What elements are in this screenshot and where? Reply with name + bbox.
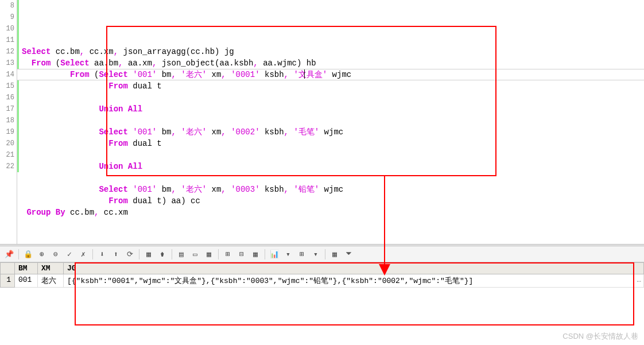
line-number: 17 (0, 103, 14, 115)
cell-bm[interactable]: 001 (15, 274, 38, 288)
code-line[interactable]: Select '001' bm, '老六' xm, '0003' ksbh, '… (22, 184, 644, 195)
toolbar-separator (139, 249, 139, 259)
line-number: 8 (0, 0, 14, 11)
toolbar-separator (92, 249, 93, 259)
detail-icon[interactable]: ⊞ (222, 249, 234, 260)
line-number: 18 (0, 115, 14, 126)
code-line[interactable]: From dual t (22, 138, 644, 149)
col-header-xm[interactable]: XM (38, 263, 64, 274)
line-number: 11 (0, 34, 14, 46)
code-line[interactable]: From dual t) aa) cc (22, 195, 644, 207)
down-icon[interactable]: ⬇ (96, 249, 108, 260)
line-number: 12 (0, 46, 14, 57)
line-number: 22 (0, 161, 14, 172)
line-number: 20 (0, 138, 14, 149)
calc-icon[interactable]: ▦ (203, 249, 215, 260)
code-editor[interactable]: 8910111213141516171819202122 Select cc.b… (0, 0, 644, 244)
results-toolbar: 📌🔒⊕⊖✓✗⬇⬆⟳▦⚱▤▭▦⊞⊟▦📊▾⊞▾▦⏷ (0, 246, 644, 262)
code-line[interactable] (22, 92, 644, 103)
check-icon[interactable]: ✓ (64, 249, 75, 260)
code-line[interactable]: From (Select '001' bm, '老六' xm, '0001' k… (22, 69, 644, 80)
watermark: CSDN @长安情故人巷 (562, 331, 638, 342)
up-icon[interactable]: ⬆ (110, 249, 122, 260)
group-icon[interactable]: ⊞ (296, 249, 308, 260)
chart-icon[interactable]: 📊 (269, 249, 280, 260)
line-gutter: 8910111213141516171819202122 (0, 0, 17, 244)
cancel-icon[interactable]: ✗ (77, 249, 89, 260)
filter-icon[interactable]: ⚱ (157, 249, 168, 260)
refresh-icon[interactable]: ⟳ (124, 249, 135, 260)
lock-icon[interactable]: 🔒 (22, 249, 34, 260)
code-line[interactable]: From (Select aa.bm, aa.xm, json_object(a… (22, 57, 644, 69)
row-number: 1 (1, 274, 15, 288)
drop2-icon[interactable]: ▾ (310, 249, 321, 260)
toolbar-separator (218, 249, 219, 259)
line-number: 16 (0, 92, 14, 103)
toolbar-separator (18, 249, 19, 259)
toolbar-separator (325, 249, 325, 259)
toolbar-separator (172, 249, 172, 259)
layout-icon[interactable]: ⊟ (236, 249, 247, 260)
toolbar-separator (265, 249, 265, 259)
line-number: 13 (0, 57, 14, 69)
add-icon[interactable]: ⊕ (36, 249, 48, 260)
remove-icon[interactable]: ⊖ (50, 249, 61, 260)
view-icon[interactable]: ▦ (329, 249, 340, 260)
code-line[interactable]: Select cc.bm, cc.xm, json_arrayagg(cc.hb… (22, 46, 644, 57)
col-header-jg[interactable]: JG (64, 263, 644, 274)
line-number: 15 (0, 80, 14, 92)
line-number: 9 (0, 11, 14, 23)
drop-icon[interactable]: ▾ (282, 249, 294, 260)
code-area[interactable]: Select cc.bm, cc.xm, json_arrayagg(cc.hb… (17, 0, 644, 244)
funnel-icon[interactable]: ⏷ (343, 249, 354, 260)
code-line[interactable] (22, 172, 644, 184)
code-line[interactable]: Union All (22, 103, 644, 115)
line-number: 19 (0, 126, 14, 138)
table-row[interactable]: 1001老六[{"ksbh":"0001","wjmc":"文具盒"},{"ks… (1, 274, 644, 288)
cell-xm[interactable]: 老六 (38, 274, 64, 288)
line-number: 21 (0, 149, 14, 161)
multi-icon[interactable]: ▦ (250, 249, 261, 260)
code-line[interactable]: Union All (22, 161, 644, 172)
code-line[interactable] (22, 115, 644, 126)
pin-icon[interactable]: 📌 (3, 249, 15, 260)
results-grid[interactable]: BM XM JG 1001老六[{"ksbh":"0001","wjmc":"文… (0, 262, 644, 343)
text-cursor (304, 69, 305, 79)
code-line[interactable]: Select '001' bm, '老六' xm, '0002' ksbh, '… (22, 126, 644, 138)
code-line[interactable] (22, 149, 644, 161)
code-line[interactable]: Group By cc.bm, cc.xm (22, 207, 644, 218)
col-header-bm[interactable]: BM (15, 263, 38, 274)
export-icon[interactable]: ▭ (189, 249, 201, 260)
code-line[interactable]: From dual t (22, 80, 644, 92)
line-number: 14 (0, 69, 14, 80)
corner-cell (1, 263, 15, 274)
table-icon[interactable]: ▤ (176, 249, 187, 260)
grid1-icon[interactable]: ▦ (143, 249, 154, 260)
ellipsis-icon[interactable]: … (637, 276, 641, 284)
line-number: 10 (0, 23, 14, 34)
cell-jg[interactable]: [{"ksbh":"0001","wjmc":"文具盒"},{"ksbh":"0… (64, 274, 644, 288)
